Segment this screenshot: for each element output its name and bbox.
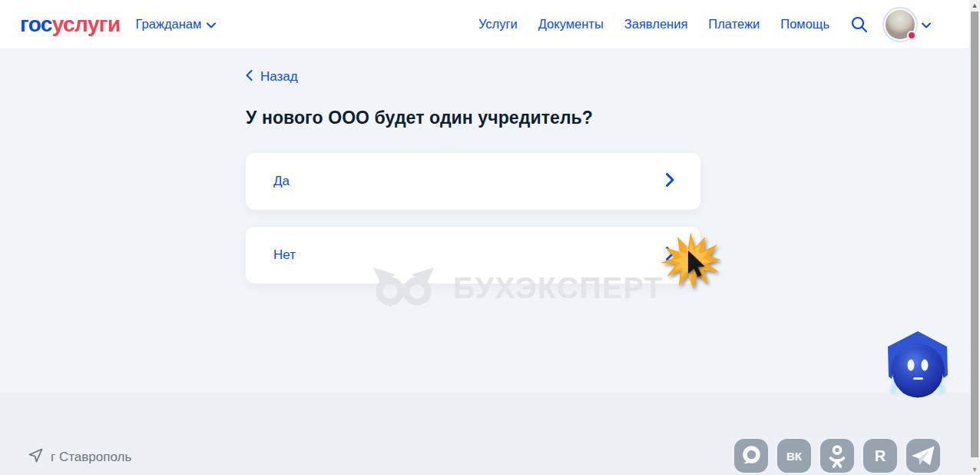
gosuslugi-logo[interactable]: госуслуги xyxy=(20,12,121,37)
telegram-icon[interactable] xyxy=(906,439,940,473)
main-area: Назад У нового ООО будет один учредитель… xyxy=(0,49,969,392)
chevron-down-icon xyxy=(922,18,931,32)
nav-item-dokumenty[interactable]: Документы xyxy=(538,17,604,32)
logo-text-red: услуги xyxy=(52,12,121,36)
scroll-down-arrow[interactable]: ▼ xyxy=(969,464,980,475)
ok-icon[interactable] xyxy=(820,439,854,473)
messenger-icon[interactable] xyxy=(734,439,768,473)
option-card-yes[interactable]: Да xyxy=(246,153,700,210)
search-icon[interactable] xyxy=(850,15,869,34)
vk-icon[interactable]: ВК xyxy=(777,439,811,473)
option-label: Да xyxy=(273,174,290,189)
rutube-label: R xyxy=(875,447,886,464)
chevron-right-icon xyxy=(666,173,674,190)
location-label: г Ставрополь xyxy=(51,450,131,465)
social-links: ВК R xyxy=(734,439,940,473)
robot-assistant-icon[interactable] xyxy=(882,331,954,401)
rutube-icon[interactable]: R xyxy=(863,439,897,473)
chevron-right-icon xyxy=(666,247,674,264)
scroll-up-arrow[interactable]: ▲ xyxy=(969,0,980,11)
logo-text-blue: гос xyxy=(20,12,52,36)
notification-dot xyxy=(907,31,916,40)
option-label: Нет xyxy=(273,247,296,263)
nav-item-pomosch[interactable]: Помощь xyxy=(780,17,829,32)
back-button[interactable]: Назад xyxy=(246,69,298,85)
page-title: У нового ООО будет один учредитель? xyxy=(246,108,700,128)
main-nav: Услуги Документы Заявления Платежи Помощ… xyxy=(478,17,829,32)
profile-menu[interactable] xyxy=(886,10,931,39)
nav-item-platezhi[interactable]: Платежи xyxy=(708,17,760,32)
page-footer: г Ставрополь ВК R xyxy=(0,392,969,475)
vk-label: ВК xyxy=(786,450,803,463)
vertical-scrollbar[interactable]: ▲ ▼ xyxy=(969,0,980,475)
location-selector[interactable]: г Ставрополь xyxy=(28,447,131,467)
audience-label: Гражданам xyxy=(136,17,202,32)
top-header: госуслуги Гражданам Услуги Документы Зая… xyxy=(0,0,969,49)
chevron-left-icon xyxy=(246,70,253,84)
nav-item-uslugi[interactable]: Услуги xyxy=(478,17,518,32)
option-card-no[interactable]: Нет xyxy=(246,227,700,284)
location-arrow-icon xyxy=(28,447,44,467)
audience-selector[interactable]: Гражданам xyxy=(136,17,217,32)
chevron-down-icon xyxy=(207,18,216,32)
nav-item-zayavleniya[interactable]: Заявления xyxy=(624,17,688,32)
scrollbar-thumb[interactable] xyxy=(971,12,978,457)
back-label: Назад xyxy=(260,69,298,85)
